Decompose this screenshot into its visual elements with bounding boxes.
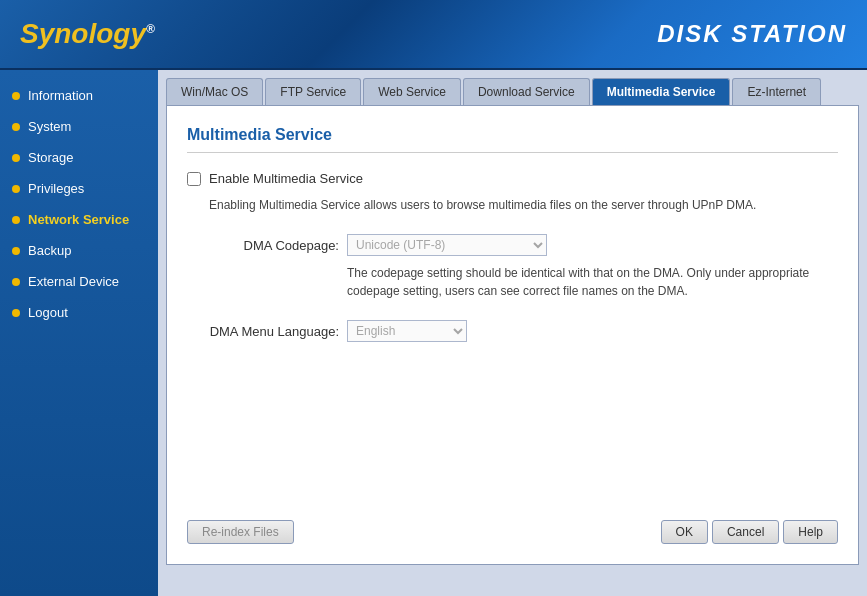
panel-footer: Re-index Files OK Cancel Help xyxy=(187,520,838,544)
tab-multimedia-service[interactable]: Multimedia Service xyxy=(592,78,731,105)
main-layout: Information System Storage Privileges Ne… xyxy=(0,70,867,596)
logo-text: Synology xyxy=(20,18,146,49)
tab-web-service[interactable]: Web Service xyxy=(363,78,461,105)
sidebar-dot xyxy=(12,216,20,224)
action-buttons: OK Cancel Help xyxy=(661,520,838,544)
enable-description: Enabling Multimedia Service allows users… xyxy=(209,196,789,214)
cancel-button[interactable]: Cancel xyxy=(712,520,779,544)
content-area: Win/Mac OS FTP Service Web Service Downl… xyxy=(158,70,867,596)
sidebar-label-external-device: External Device xyxy=(28,274,119,289)
sidebar-dot xyxy=(12,278,20,286)
sidebar-label-privileges: Privileges xyxy=(28,181,84,196)
sidebar-item-backup[interactable]: Backup xyxy=(0,235,158,266)
tab-ez-internet[interactable]: Ez-Internet xyxy=(732,78,821,105)
sidebar-label-system: System xyxy=(28,119,71,134)
sidebar-label-information: Information xyxy=(28,88,93,103)
header: Synology® DISK STATION xyxy=(0,0,867,70)
sidebar-item-storage[interactable]: Storage xyxy=(0,142,158,173)
sidebar-item-system[interactable]: System xyxy=(0,111,158,142)
tab-win-mac-os[interactable]: Win/Mac OS xyxy=(166,78,263,105)
codepage-description: The codepage setting should be identical… xyxy=(347,264,838,300)
reindex-files-button[interactable]: Re-index Files xyxy=(187,520,294,544)
logo: Synology® xyxy=(20,18,155,50)
sidebar-dot xyxy=(12,185,20,193)
enable-multimedia-label[interactable]: Enable Multimedia Service xyxy=(209,171,363,186)
sidebar-label-storage: Storage xyxy=(28,150,74,165)
ok-button[interactable]: OK xyxy=(661,520,708,544)
sidebar-label-logout: Logout xyxy=(28,305,68,320)
sidebar-item-privileges[interactable]: Privileges xyxy=(0,173,158,204)
codepage-row: DMA Codepage: Unicode (UTF-8) UTF-8 Big5… xyxy=(209,234,838,256)
enable-multimedia-row: Enable Multimedia Service xyxy=(187,171,838,186)
sidebar-dot xyxy=(12,92,20,100)
panel: Multimedia Service Enable Multimedia Ser… xyxy=(166,105,859,565)
language-row: DMA Menu Language: English Chinese (Trad… xyxy=(209,320,838,342)
sidebar: Information System Storage Privileges Ne… xyxy=(0,70,158,596)
panel-title: Multimedia Service xyxy=(187,126,838,153)
sidebar-item-information[interactable]: Information xyxy=(0,80,158,111)
tab-ftp-service[interactable]: FTP Service xyxy=(265,78,361,105)
tab-download-service[interactable]: Download Service xyxy=(463,78,590,105)
tab-bar: Win/Mac OS FTP Service Web Service Downl… xyxy=(166,78,859,105)
sidebar-item-external-device[interactable]: External Device xyxy=(0,266,158,297)
sidebar-dot xyxy=(12,309,20,317)
language-label: DMA Menu Language: xyxy=(209,324,339,339)
sidebar-item-logout[interactable]: Logout xyxy=(0,297,158,328)
sidebar-item-network-service[interactable]: Network Service xyxy=(0,204,158,235)
codepage-select[interactable]: Unicode (UTF-8) UTF-8 Big5 GBK ISO-8859-… xyxy=(347,234,547,256)
sidebar-label-backup: Backup xyxy=(28,243,71,258)
sidebar-label-network-service: Network Service xyxy=(28,212,129,227)
language-select[interactable]: English Chinese (Traditional) Chinese (S… xyxy=(347,320,467,342)
help-button[interactable]: Help xyxy=(783,520,838,544)
codepage-label: DMA Codepage: xyxy=(209,238,339,253)
sidebar-dot xyxy=(12,154,20,162)
enable-multimedia-checkbox[interactable] xyxy=(187,172,201,186)
disk-station-title: DISK STATION xyxy=(657,20,847,48)
sidebar-dot xyxy=(12,247,20,255)
sidebar-dot xyxy=(12,123,20,131)
